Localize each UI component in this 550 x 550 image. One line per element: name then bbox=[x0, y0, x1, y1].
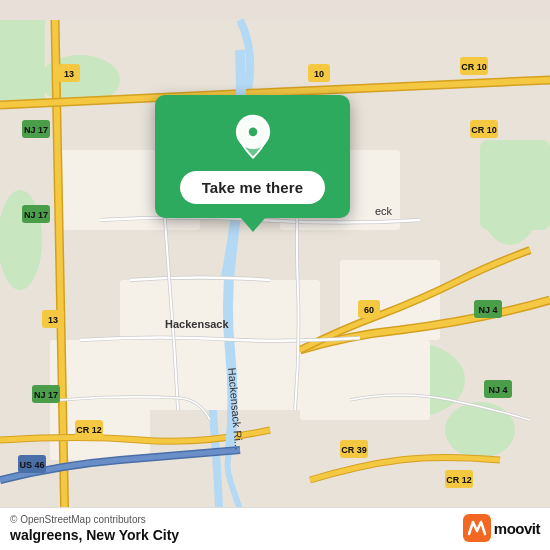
place-name: walgreens, New York City bbox=[10, 527, 540, 543]
svg-text:CR 39: CR 39 bbox=[341, 445, 367, 455]
location-pin-icon bbox=[229, 113, 277, 161]
svg-rect-4 bbox=[480, 140, 550, 230]
svg-text:eck: eck bbox=[375, 205, 393, 217]
svg-point-49 bbox=[248, 128, 257, 137]
popup-card: Take me there bbox=[155, 95, 350, 218]
svg-text:NJ 4: NJ 4 bbox=[488, 385, 507, 395]
svg-text:Hackensack: Hackensack bbox=[165, 318, 229, 330]
svg-text:CR 12: CR 12 bbox=[446, 475, 472, 485]
moovit-icon bbox=[463, 514, 491, 542]
map-background: Hackensack eck Hackensack Ri... 13 10 CR… bbox=[0, 0, 550, 550]
take-me-there-button[interactable]: Take me there bbox=[180, 171, 326, 204]
svg-point-2 bbox=[445, 402, 515, 458]
svg-text:10: 10 bbox=[314, 69, 324, 79]
svg-text:NJ 17: NJ 17 bbox=[24, 125, 48, 135]
map-attribution: © OpenStreetMap contributors bbox=[10, 514, 540, 525]
svg-rect-13 bbox=[300, 340, 430, 420]
moovit-logo: moovit bbox=[463, 514, 540, 542]
moovit-text: moovit bbox=[494, 520, 540, 537]
svg-text:NJ 4: NJ 4 bbox=[478, 305, 497, 315]
svg-text:CR 12: CR 12 bbox=[76, 425, 102, 435]
svg-text:US 46: US 46 bbox=[19, 460, 44, 470]
map-container: Hackensack eck Hackensack Ri... 13 10 CR… bbox=[0, 0, 550, 550]
svg-text:13: 13 bbox=[64, 69, 74, 79]
svg-text:CR 10: CR 10 bbox=[461, 62, 487, 72]
svg-rect-7 bbox=[0, 20, 45, 100]
svg-text:60: 60 bbox=[364, 305, 374, 315]
svg-text:13: 13 bbox=[48, 315, 58, 325]
svg-text:NJ 17: NJ 17 bbox=[34, 390, 58, 400]
svg-text:CR 10: CR 10 bbox=[471, 125, 497, 135]
svg-text:NJ 17: NJ 17 bbox=[24, 210, 48, 220]
